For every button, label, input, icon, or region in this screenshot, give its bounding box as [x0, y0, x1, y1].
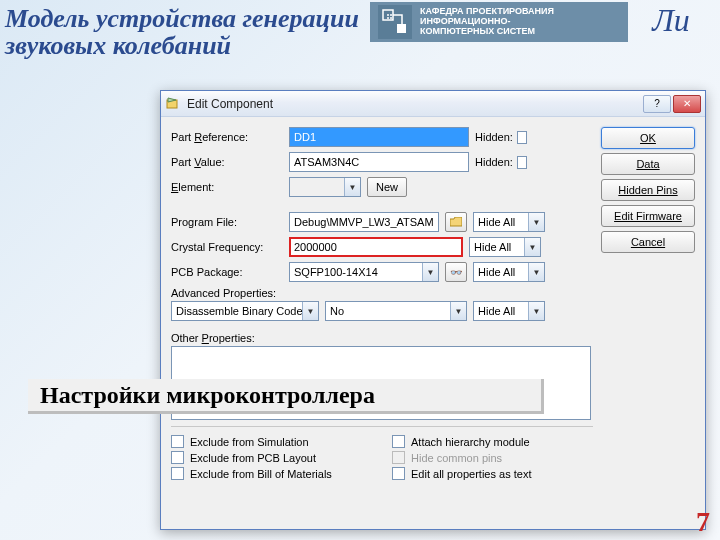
exclude-sim-label: Exclude from Simulation — [190, 436, 309, 448]
exclude-pcb-label: Exclude from PCB Layout — [190, 452, 316, 464]
chevron-down-icon: ▼ — [528, 302, 544, 320]
chevron-down-icon: ▼ — [528, 263, 544, 281]
new-element-button[interactable]: New — [367, 177, 407, 197]
edit-as-text-label: Edit all properties as text — [411, 468, 531, 480]
program-file-label: Program File: — [171, 216, 283, 228]
advanced-properties-label: Advanced Properties: — [171, 287, 276, 299]
department-banner: КАФЕДРА ПРОЕКТИРОВАНИЯ ИНФОРМАЦИОННО- КО… — [370, 2, 628, 42]
pcb-package-label: PCB Package: — [171, 266, 283, 278]
chevron-down-icon: ▼ — [422, 263, 438, 281]
crystal-frequency-label: Crystal Frequency: — [171, 241, 283, 253]
exclude-bom-checkbox[interactable] — [171, 467, 184, 480]
window-help-button[interactable]: ? — [643, 95, 671, 113]
folder-icon — [450, 217, 462, 227]
attach-hierarchy-label: Attach hierarchy module — [411, 436, 530, 448]
element-label: Element: — [171, 181, 283, 193]
window-title: Edit Component — [187, 97, 643, 111]
svg-point-5 — [390, 17, 392, 19]
hidden-label-1: Hidden: — [475, 131, 513, 143]
advprop-value-dropdown[interactable] — [325, 301, 467, 321]
titlebar[interactable]: Edit Component ? ✕ — [161, 91, 705, 117]
advprop-name-dropdown[interactable] — [171, 301, 319, 321]
window-close-button[interactable]: ✕ — [673, 95, 701, 113]
part-ref-hidden-checkbox[interactable] — [517, 131, 527, 144]
app-icon — [165, 96, 181, 112]
ok-button[interactable]: OK — [601, 127, 695, 149]
program-file-input[interactable] — [289, 212, 439, 232]
chevron-down-icon: ▼ — [344, 178, 360, 196]
org-logo: Ли — [632, 2, 710, 42]
part-reference-label: Part Reference: — [171, 131, 283, 143]
hidden-pins-button[interactable]: Hidden Pins — [601, 179, 695, 201]
edit-firmware-button[interactable]: Edit Firmware — [601, 205, 695, 227]
exclude-bom-label: Exclude from Bill of Materials — [190, 468, 332, 480]
binoculars-icon: 👓 — [450, 267, 462, 278]
chevron-down-icon: ▼ — [524, 238, 540, 256]
crystal-frequency-input[interactable] — [289, 237, 463, 257]
chevron-down-icon: ▼ — [450, 302, 466, 320]
part-value-label: Part Value: — [171, 156, 283, 168]
part-value-input[interactable] — [289, 152, 469, 172]
hide-common-pins-checkbox — [392, 451, 405, 464]
department-icon — [378, 5, 412, 39]
exclude-pcb-checkbox[interactable] — [171, 451, 184, 464]
page-number: 7 — [696, 506, 710, 538]
department-text: КАФЕДРА ПРОЕКТИРОВАНИЯ ИНФОРМАЦИОННО- КО… — [420, 7, 554, 37]
caption-box: Настройки микроконтроллера — [28, 379, 544, 414]
chevron-down-icon: ▼ — [302, 302, 318, 320]
browse-file-button[interactable] — [445, 212, 467, 232]
pcb-package-dropdown[interactable] — [289, 262, 439, 282]
svg-point-3 — [390, 14, 392, 16]
hide-common-pins-label: Hide common pins — [411, 452, 502, 464]
other-properties-label: Other Properties: — [171, 332, 255, 344]
pcb-lookup-button[interactable]: 👓 — [445, 262, 467, 282]
exclude-sim-checkbox[interactable] — [171, 435, 184, 448]
hidden-label-2: Hidden: — [475, 156, 513, 168]
chevron-down-icon: ▼ — [528, 213, 544, 231]
part-reference-input[interactable] — [289, 127, 469, 147]
edit-as-text-checkbox[interactable] — [392, 467, 405, 480]
data-button[interactable]: Data — [601, 153, 695, 175]
part-val-hidden-checkbox[interactable] — [517, 156, 527, 169]
svg-point-2 — [387, 14, 389, 16]
svg-rect-1 — [397, 24, 406, 33]
edit-component-window: Edit Component ? ✕ Part Reference: Hidde… — [160, 90, 706, 530]
attach-hierarchy-checkbox[interactable] — [392, 435, 405, 448]
svg-point-4 — [387, 17, 389, 19]
divider — [171, 426, 593, 427]
cancel-button[interactable]: Cancel — [601, 231, 695, 253]
